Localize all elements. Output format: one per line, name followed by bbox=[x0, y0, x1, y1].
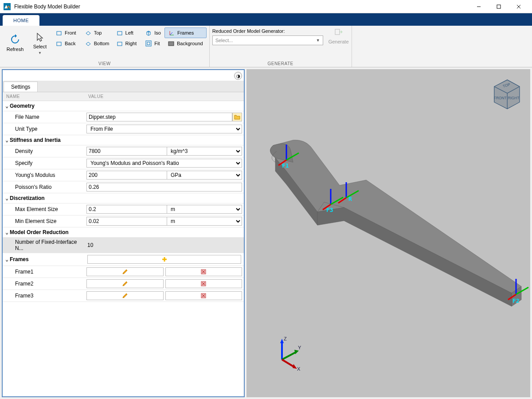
view-fit-button[interactable]: Fit bbox=[142, 38, 164, 49]
view-front-button[interactable]: Front bbox=[52, 27, 80, 38]
svg-line-36 bbox=[282, 352, 296, 360]
section-stiffness[interactable]: ⌄Stiffness and Inertia bbox=[3, 135, 244, 145]
input-min-element[interactable] bbox=[86, 217, 167, 226]
section-geometry[interactable]: ⌄Geometry bbox=[3, 101, 244, 111]
label-file-name: File Name bbox=[3, 111, 85, 123]
view-bottom-button[interactable]: Bottom bbox=[82, 38, 113, 49]
input-density[interactable] bbox=[86, 147, 167, 156]
chevron-down-icon: ▼ bbox=[316, 38, 320, 43]
select-max-unit[interactable]: m bbox=[167, 205, 242, 214]
ribbon-group-gen-label: GENERATE bbox=[212, 60, 349, 67]
label-youngs-modulus: Young's Modulus bbox=[3, 169, 85, 181]
section-frames[interactable]: ⌄Frames bbox=[3, 253, 85, 266]
value-num-interface[interactable]: 10 bbox=[85, 238, 244, 253]
label-poissons-ratio: Poisson's Ratio bbox=[3, 181, 85, 193]
input-max-element[interactable] bbox=[86, 205, 167, 214]
label-frame3: Frame3 bbox=[3, 290, 85, 302]
app-icon bbox=[4, 3, 11, 10]
view-left-button[interactable]: Left bbox=[113, 27, 141, 38]
label-unit-type: Unit Type bbox=[3, 123, 85, 135]
svg-rect-7 bbox=[117, 31, 122, 35]
svg-line-38 bbox=[282, 360, 294, 367]
select-button[interactable]: Select ▼ bbox=[27, 27, 52, 59]
cube-icon bbox=[145, 30, 152, 36]
refresh-button[interactable]: Refresh bbox=[3, 27, 27, 59]
svg-text:Z: Z bbox=[284, 336, 287, 341]
pencil-icon bbox=[122, 269, 128, 275]
delete-frame1-button[interactable] bbox=[165, 267, 243, 276]
svg-rect-9 bbox=[146, 41, 151, 46]
svg-rect-14 bbox=[168, 42, 174, 46]
edit-frame2-button[interactable] bbox=[86, 279, 164, 288]
select-specify[interactable]: Young's Modulus and Poisson's Ratio bbox=[86, 159, 242, 168]
view-frames-button[interactable]: Frames bbox=[164, 27, 207, 38]
select-unit-type[interactable]: From File bbox=[86, 125, 242, 133]
gen-label: Reduced Order Model Generator: bbox=[212, 28, 323, 34]
viewport-3d[interactable]: F1 R F3 F2 TOP FRONT RIGHT Z Y X bbox=[246, 69, 530, 397]
edit-frame1-button[interactable] bbox=[86, 267, 164, 276]
generate-button: Generate bbox=[329, 27, 349, 44]
svg-text:FRONT: FRONT bbox=[494, 96, 507, 100]
main-content: ◑ Settings NAMEVALUE ⌄Geometry File Name… bbox=[0, 67, 532, 399]
background-icon bbox=[168, 40, 174, 47]
cube-icon bbox=[117, 30, 123, 36]
label-num-interface: Number of Fixed-Interface N... bbox=[3, 238, 85, 253]
view-background-button[interactable]: Background bbox=[164, 38, 207, 49]
label-max-element: Max Element Size bbox=[3, 203, 85, 215]
section-discretization[interactable]: ⌄Discretization bbox=[3, 193, 244, 203]
titlebar: Flexible Body Model Builder bbox=[0, 0, 532, 13]
select-min-unit[interactable]: m bbox=[167, 217, 242, 226]
tab-home[interactable]: HOME bbox=[3, 15, 39, 26]
label-frame1: Frame1 bbox=[3, 266, 85, 278]
panel-collapse-button[interactable]: ◑ bbox=[234, 72, 242, 80]
input-youngs-modulus[interactable] bbox=[86, 171, 167, 180]
svg-text:X: X bbox=[297, 366, 301, 371]
cursor-icon bbox=[35, 31, 45, 42]
view-right-button[interactable]: Right bbox=[113, 38, 141, 49]
ribbon-group-view-label: VIEW bbox=[3, 60, 207, 67]
tab-settings[interactable]: Settings bbox=[4, 82, 38, 92]
svg-rect-2 bbox=[497, 5, 501, 8]
svg-rect-5 bbox=[57, 31, 61, 35]
section-mor[interactable]: ⌄Model Order Reduction bbox=[3, 227, 244, 238]
view-iso-button[interactable]: Iso bbox=[142, 27, 164, 38]
select-ym-unit[interactable]: GPa bbox=[167, 171, 242, 180]
folder-icon bbox=[234, 114, 240, 120]
edit-frame3-button[interactable] bbox=[86, 291, 164, 300]
col-name: NAME bbox=[3, 92, 85, 101]
cube-icon bbox=[85, 40, 91, 47]
delete-frame2-button[interactable] bbox=[165, 279, 243, 288]
svg-marker-39 bbox=[293, 364, 297, 369]
cube-icon bbox=[56, 40, 62, 47]
close-button[interactable] bbox=[509, 0, 528, 13]
svg-text:Y: Y bbox=[298, 345, 301, 350]
frame-label-f3: F3 bbox=[326, 207, 333, 213]
input-poissons-ratio[interactable] bbox=[86, 183, 242, 192]
gen-select[interactable]: Select... ▼ bbox=[212, 35, 323, 45]
svg-marker-35 bbox=[280, 339, 284, 343]
chevron-down-icon: ▼ bbox=[38, 51, 42, 55]
browse-button[interactable] bbox=[232, 113, 242, 121]
svg-rect-6 bbox=[57, 42, 61, 46]
select-density-unit[interactable]: kg/m^3 bbox=[167, 147, 242, 156]
maximize-button[interactable] bbox=[489, 0, 509, 13]
view-back-button[interactable]: Back bbox=[52, 38, 80, 49]
cube-icon bbox=[56, 30, 62, 36]
plus-icon bbox=[161, 256, 168, 262]
svg-rect-10 bbox=[147, 42, 150, 45]
minimize-button[interactable] bbox=[469, 0, 489, 13]
ribbon-tabs: HOME bbox=[0, 13, 532, 26]
view-cube[interactable]: TOP FRONT RIGHT bbox=[487, 75, 524, 113]
delete-icon bbox=[200, 281, 207, 287]
add-frame-button[interactable] bbox=[87, 255, 241, 264]
svg-rect-8 bbox=[117, 42, 122, 46]
input-file-name[interactable] bbox=[86, 113, 232, 121]
label-specify: Specify bbox=[3, 157, 85, 169]
settings-panel: ◑ Settings NAMEVALUE ⌄Geometry File Name… bbox=[2, 69, 245, 397]
svg-line-13 bbox=[170, 32, 172, 35]
frame-label-r: R bbox=[348, 196, 352, 202]
frame-label-f1: F1 bbox=[282, 162, 289, 169]
delete-frame3-button[interactable] bbox=[165, 291, 243, 300]
view-top-button[interactable]: Top bbox=[82, 27, 113, 38]
pencil-icon bbox=[122, 281, 128, 287]
